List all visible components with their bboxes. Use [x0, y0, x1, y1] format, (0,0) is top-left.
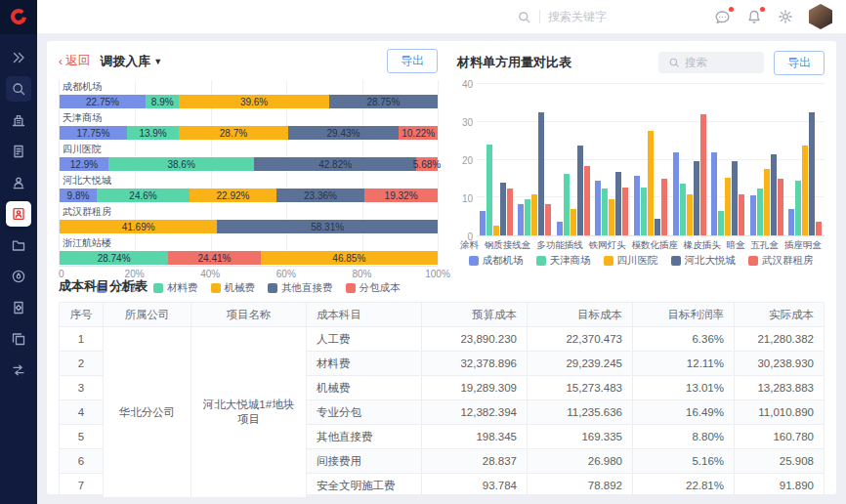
bar: [694, 161, 699, 236]
budget-cost-cell: 19,289.309: [422, 376, 528, 400]
y-tick-label: 40: [462, 79, 473, 90]
actual-cost-cell: 91.890: [735, 474, 825, 498]
sidebar-item-user-audit[interactable]: [6, 170, 31, 195]
chevron-down-icon[interactable]: ▼: [153, 57, 162, 66]
bar-segment: 22.75%: [60, 95, 146, 108]
x-tick-label: 钢质接线盒: [485, 239, 531, 252]
sidebar-item-report-settings[interactable]: [6, 295, 31, 320]
table-row: 1华北分公司河北大悦城1#地块项目人工费23,890.23022,370.473…: [60, 327, 825, 352]
bar: [641, 188, 647, 235]
stacked-bar: 41.69%58.31%: [60, 220, 438, 233]
bar-group: [518, 112, 551, 235]
column-header: 所属公司: [104, 303, 191, 327]
bar: [609, 199, 614, 235]
bar: [564, 174, 570, 235]
bar-segment: 46.85%: [261, 251, 438, 265]
user-avatar[interactable]: [809, 4, 832, 29]
bar-segment: 58.31%: [217, 220, 438, 233]
legend-swatch: [536, 256, 546, 266]
bar: [795, 181, 801, 235]
bar: [687, 194, 693, 236]
sidebar-item-expand[interactable]: [6, 45, 31, 70]
bar: [757, 189, 763, 235]
sidebar-item-project-card[interactable]: [6, 201, 31, 227]
chart-plot-area: 成都机场22.75%8.9%39.6%28.75%天津商场17.75%13.9%…: [59, 80, 438, 265]
bar: [648, 131, 654, 235]
bar-group: [673, 114, 706, 235]
bar: [778, 179, 783, 235]
chart-search-input[interactable]: [685, 57, 743, 68]
search-icon: [668, 57, 680, 68]
bar: [525, 199, 530, 235]
row-index-cell: 7: [60, 474, 104, 498]
legend-swatch: [671, 256, 681, 266]
global-search-input[interactable]: [548, 10, 656, 23]
bar: [634, 176, 640, 235]
divider: [539, 10, 540, 23]
sidebar-item-search[interactable]: [6, 76, 31, 102]
budget-cost-cell: 12,382.394: [422, 400, 528, 425]
cost-subject-cell: 间接费用: [307, 449, 422, 474]
category-label: 河北大悦城: [63, 174, 438, 188]
back-button[interactable]: ‹ 返回: [59, 53, 90, 69]
bar: [622, 188, 628, 235]
bar-group: [557, 146, 590, 235]
copy-icon: [11, 331, 26, 347]
chart-search: [658, 52, 764, 73]
legend-item[interactable]: 天津商场: [536, 254, 591, 268]
doc-edit-icon: [11, 144, 26, 159]
legend-item[interactable]: 武汉群租房: [748, 254, 814, 268]
stacked-bar: 28.74%24.41%46.85%: [60, 251, 438, 265]
chart-legend: 成都机场天津商场四川医院河北大悦城武汉群租房: [457, 254, 825, 268]
bar: [732, 161, 738, 236]
bar: [518, 204, 524, 235]
bar-group: [595, 172, 628, 235]
company-cell: 华北分公司: [104, 327, 191, 498]
bell-icon[interactable]: [746, 9, 762, 24]
bar-segment: 8.9%: [146, 95, 179, 108]
x-tick-label: 多功能插线: [536, 239, 583, 252]
x-tick-label: 插座明盒: [784, 239, 822, 252]
app-logo[interactable]: [0, 0, 37, 34]
sidebar-item-copy[interactable]: [6, 326, 31, 352]
bar: [531, 194, 537, 236]
target-cost-cell: 169.335: [528, 425, 633, 449]
x-tick-label: 100%: [425, 269, 450, 279]
target-margin-cell: 13.01%: [633, 376, 735, 400]
export-button-right[interactable]: 导出: [774, 51, 825, 75]
legend-swatch: [469, 256, 479, 266]
y-tick-label: 10: [462, 193, 473, 204]
bar-segment: 5.68%: [416, 157, 438, 171]
sidebar-item-building[interactable]: [6, 107, 31, 133]
sidebar-item-ink-drop[interactable]: [6, 264, 31, 289]
x-tick-label: 橡皮插头: [684, 239, 721, 252]
legend-item[interactable]: 成都机场: [469, 254, 524, 268]
column-header: 实际成本: [735, 303, 825, 327]
bar: [538, 112, 544, 235]
legend-item[interactable]: 四川医院: [604, 254, 658, 268]
target-margin-cell: 6.36%: [633, 327, 735, 352]
page-title[interactable]: 调拨入库: [100, 53, 150, 70]
bar: [809, 112, 815, 235]
bar-group: [750, 154, 783, 235]
search-icon[interactable]: [517, 10, 531, 24]
cost-subject-cell: 安全文明施工费: [307, 474, 422, 498]
row-index-cell: 6: [60, 449, 104, 474]
bar-segment: 17.75%: [60, 126, 127, 140]
bar-segment: 22.92%: [190, 189, 276, 202]
export-button-left[interactable]: 导出: [387, 49, 438, 73]
topbar: [0, 0, 846, 34]
sidebar-item-folder[interactable]: [6, 232, 31, 258]
sidebar-item-transfer[interactable]: [6, 357, 31, 383]
ink-drop-icon: [11, 269, 26, 284]
sidebar-item-doc-edit[interactable]: [6, 139, 31, 164]
x-tick-label: 模数化插座: [631, 239, 678, 252]
legend-swatch: [604, 256, 613, 266]
global-search: [517, 10, 656, 24]
main-content: ‹ 返回 调拨入库 ▼ 导出 成都机场22.75%8.9%39.6%28.75%…: [37, 34, 846, 504]
x-tick-label: 暗盒: [727, 239, 745, 252]
legend-item[interactable]: 河北大悦城: [671, 254, 737, 268]
bar-segment: 24.6%: [97, 189, 190, 202]
messages-icon[interactable]: [714, 9, 731, 25]
gear-icon[interactable]: [778, 9, 793, 24]
